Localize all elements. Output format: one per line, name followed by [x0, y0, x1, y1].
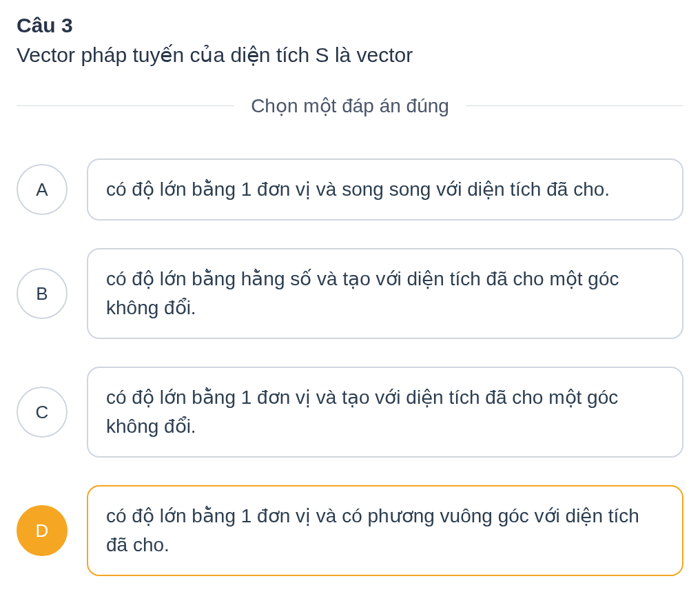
option-letter-a: A — [17, 164, 68, 215]
instruction-text: Chọn một đáp án đúng — [234, 94, 466, 117]
options-list: A có độ lớn bằng 1 đơn vị và song song v… — [17, 158, 683, 576]
question-number: Câu 3 — [17, 14, 683, 37]
divider-line-left — [17, 105, 234, 106]
option-a[interactable]: A có độ lớn bằng 1 đơn vị và song song v… — [17, 158, 683, 221]
option-c[interactable]: C có độ lớn bằng 1 đơn vị và tạo với diệ… — [17, 367, 683, 458]
divider-line-right — [466, 105, 683, 106]
instruction-divider: Chọn một đáp án đúng — [17, 94, 683, 117]
option-letter-b: B — [17, 268, 68, 319]
option-b[interactable]: B có độ lớn bằng hằng số và tạo với diện… — [17, 248, 683, 339]
option-letter-c: C — [17, 387, 68, 438]
option-text-d: có độ lớn bằng 1 đơn vị và có phương vuô… — [87, 485, 683, 576]
question-text: Vector pháp tuyến của diện tích S là vec… — [17, 43, 683, 67]
option-letter-d: D — [17, 505, 68, 556]
option-text-b: có độ lớn bằng hằng số và tạo với diện t… — [87, 248, 683, 339]
option-d[interactable]: D có độ lớn bằng 1 đơn vị và có phương v… — [17, 485, 683, 576]
option-text-c: có độ lớn bằng 1 đơn vị và tạo với diện … — [87, 367, 683, 458]
option-text-a: có độ lớn bằng 1 đơn vị và song song với… — [87, 158, 683, 221]
